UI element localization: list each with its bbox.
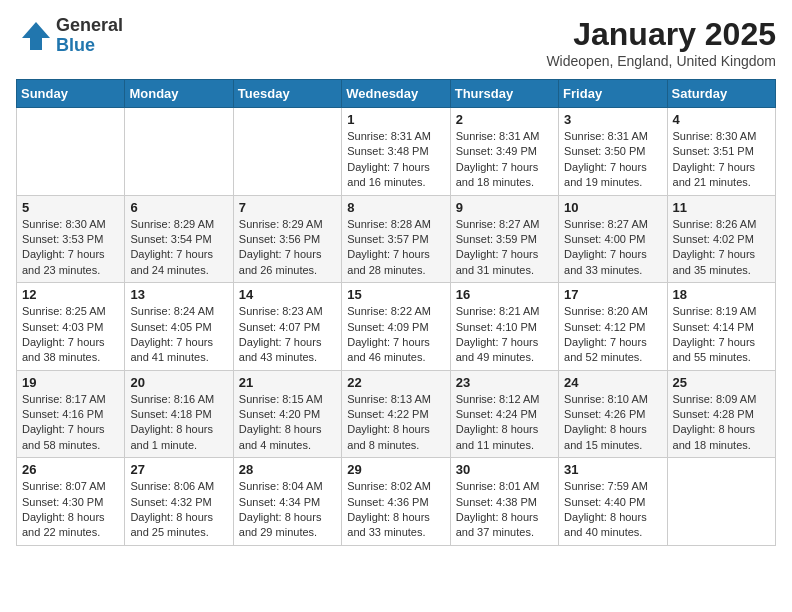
calendar-day-9: 9Sunrise: 8:27 AM Sunset: 3:59 PM Daylig… xyxy=(450,195,558,283)
month-title: January 2025 xyxy=(546,16,776,53)
calendar-day-21: 21Sunrise: 8:15 AM Sunset: 4:20 PM Dayli… xyxy=(233,370,341,458)
calendar-day-27: 27Sunrise: 8:06 AM Sunset: 4:32 PM Dayli… xyxy=(125,458,233,546)
day-info: Sunrise: 8:17 AM Sunset: 4:16 PM Dayligh… xyxy=(22,392,119,454)
logo-blue-text: Blue xyxy=(56,36,123,56)
calendar-day-25: 25Sunrise: 8:09 AM Sunset: 4:28 PM Dayli… xyxy=(667,370,775,458)
day-info: Sunrise: 8:30 AM Sunset: 3:53 PM Dayligh… xyxy=(22,217,119,279)
day-info: Sunrise: 8:29 AM Sunset: 3:56 PM Dayligh… xyxy=(239,217,336,279)
day-number: 12 xyxy=(22,287,119,302)
title-area: January 2025 Wideopen, England, United K… xyxy=(546,16,776,69)
calendar-day-16: 16Sunrise: 8:21 AM Sunset: 4:10 PM Dayli… xyxy=(450,283,558,371)
day-number: 8 xyxy=(347,200,444,215)
calendar-day-28: 28Sunrise: 8:04 AM Sunset: 4:34 PM Dayli… xyxy=(233,458,341,546)
day-info: Sunrise: 8:23 AM Sunset: 4:07 PM Dayligh… xyxy=(239,304,336,366)
calendar-day-5: 5Sunrise: 8:30 AM Sunset: 3:53 PM Daylig… xyxy=(17,195,125,283)
calendar-day-18: 18Sunrise: 8:19 AM Sunset: 4:14 PM Dayli… xyxy=(667,283,775,371)
calendar-day-3: 3Sunrise: 8:31 AM Sunset: 3:50 PM Daylig… xyxy=(559,108,667,196)
calendar-day-6: 6Sunrise: 8:29 AM Sunset: 3:54 PM Daylig… xyxy=(125,195,233,283)
calendar-week-row: 19Sunrise: 8:17 AM Sunset: 4:16 PM Dayli… xyxy=(17,370,776,458)
day-number: 11 xyxy=(673,200,770,215)
svg-marker-0 xyxy=(22,22,50,50)
day-info: Sunrise: 8:15 AM Sunset: 4:20 PM Dayligh… xyxy=(239,392,336,454)
day-info: Sunrise: 8:20 AM Sunset: 4:12 PM Dayligh… xyxy=(564,304,661,366)
logo-text: General Blue xyxy=(56,16,123,56)
day-number: 23 xyxy=(456,375,553,390)
empty-day-cell xyxy=(233,108,341,196)
day-number: 6 xyxy=(130,200,227,215)
day-number: 27 xyxy=(130,462,227,477)
day-number: 10 xyxy=(564,200,661,215)
day-number: 4 xyxy=(673,112,770,127)
day-info: Sunrise: 8:27 AM Sunset: 4:00 PM Dayligh… xyxy=(564,217,661,279)
day-header-saturday: Saturday xyxy=(667,80,775,108)
day-number: 17 xyxy=(564,287,661,302)
calendar-day-19: 19Sunrise: 8:17 AM Sunset: 4:16 PM Dayli… xyxy=(17,370,125,458)
day-number: 28 xyxy=(239,462,336,477)
calendar-day-29: 29Sunrise: 8:02 AM Sunset: 4:36 PM Dayli… xyxy=(342,458,450,546)
calendar-week-row: 5Sunrise: 8:30 AM Sunset: 3:53 PM Daylig… xyxy=(17,195,776,283)
day-header-tuesday: Tuesday xyxy=(233,80,341,108)
calendar-day-12: 12Sunrise: 8:25 AM Sunset: 4:03 PM Dayli… xyxy=(17,283,125,371)
day-number: 7 xyxy=(239,200,336,215)
day-number: 2 xyxy=(456,112,553,127)
day-number: 19 xyxy=(22,375,119,390)
day-number: 18 xyxy=(673,287,770,302)
day-info: Sunrise: 8:09 AM Sunset: 4:28 PM Dayligh… xyxy=(673,392,770,454)
day-header-friday: Friday xyxy=(559,80,667,108)
day-number: 14 xyxy=(239,287,336,302)
calendar-day-20: 20Sunrise: 8:16 AM Sunset: 4:18 PM Dayli… xyxy=(125,370,233,458)
calendar-day-11: 11Sunrise: 8:26 AM Sunset: 4:02 PM Dayli… xyxy=(667,195,775,283)
day-info: Sunrise: 8:22 AM Sunset: 4:09 PM Dayligh… xyxy=(347,304,444,366)
logo: General Blue xyxy=(16,16,123,56)
day-info: Sunrise: 8:10 AM Sunset: 4:26 PM Dayligh… xyxy=(564,392,661,454)
logo-general-text: General xyxy=(56,16,123,36)
logo-icon xyxy=(16,18,52,54)
day-info: Sunrise: 8:30 AM Sunset: 3:51 PM Dayligh… xyxy=(673,129,770,191)
calendar-day-13: 13Sunrise: 8:24 AM Sunset: 4:05 PM Dayli… xyxy=(125,283,233,371)
calendar-day-14: 14Sunrise: 8:23 AM Sunset: 4:07 PM Dayli… xyxy=(233,283,341,371)
calendar-week-row: 26Sunrise: 8:07 AM Sunset: 4:30 PM Dayli… xyxy=(17,458,776,546)
calendar-day-17: 17Sunrise: 8:20 AM Sunset: 4:12 PM Dayli… xyxy=(559,283,667,371)
calendar-day-30: 30Sunrise: 8:01 AM Sunset: 4:38 PM Dayli… xyxy=(450,458,558,546)
day-info: Sunrise: 8:12 AM Sunset: 4:24 PM Dayligh… xyxy=(456,392,553,454)
day-info: Sunrise: 8:07 AM Sunset: 4:30 PM Dayligh… xyxy=(22,479,119,541)
day-number: 21 xyxy=(239,375,336,390)
calendar-day-1: 1Sunrise: 8:31 AM Sunset: 3:48 PM Daylig… xyxy=(342,108,450,196)
day-info: Sunrise: 8:19 AM Sunset: 4:14 PM Dayligh… xyxy=(673,304,770,366)
calendar-day-4: 4Sunrise: 8:30 AM Sunset: 3:51 PM Daylig… xyxy=(667,108,775,196)
calendar-day-31: 31Sunrise: 7:59 AM Sunset: 4:40 PM Dayli… xyxy=(559,458,667,546)
day-number: 13 xyxy=(130,287,227,302)
calendar-day-23: 23Sunrise: 8:12 AM Sunset: 4:24 PM Dayli… xyxy=(450,370,558,458)
day-info: Sunrise: 8:29 AM Sunset: 3:54 PM Dayligh… xyxy=(130,217,227,279)
day-number: 5 xyxy=(22,200,119,215)
day-info: Sunrise: 8:28 AM Sunset: 3:57 PM Dayligh… xyxy=(347,217,444,279)
location-text: Wideopen, England, United Kingdom xyxy=(546,53,776,69)
calendar-day-24: 24Sunrise: 8:10 AM Sunset: 4:26 PM Dayli… xyxy=(559,370,667,458)
day-number: 22 xyxy=(347,375,444,390)
calendar-table: SundayMondayTuesdayWednesdayThursdayFrid… xyxy=(16,79,776,546)
calendar-week-row: 1Sunrise: 8:31 AM Sunset: 3:48 PM Daylig… xyxy=(17,108,776,196)
empty-day-cell xyxy=(125,108,233,196)
day-info: Sunrise: 8:06 AM Sunset: 4:32 PM Dayligh… xyxy=(130,479,227,541)
day-header-thursday: Thursday xyxy=(450,80,558,108)
empty-day-cell xyxy=(17,108,125,196)
calendar-day-7: 7Sunrise: 8:29 AM Sunset: 3:56 PM Daylig… xyxy=(233,195,341,283)
calendar-header-row: SundayMondayTuesdayWednesdayThursdayFrid… xyxy=(17,80,776,108)
day-info: Sunrise: 8:31 AM Sunset: 3:50 PM Dayligh… xyxy=(564,129,661,191)
day-info: Sunrise: 8:16 AM Sunset: 4:18 PM Dayligh… xyxy=(130,392,227,454)
day-number: 15 xyxy=(347,287,444,302)
day-info: Sunrise: 8:21 AM Sunset: 4:10 PM Dayligh… xyxy=(456,304,553,366)
day-header-wednesday: Wednesday xyxy=(342,80,450,108)
calendar-day-22: 22Sunrise: 8:13 AM Sunset: 4:22 PM Dayli… xyxy=(342,370,450,458)
calendar-day-8: 8Sunrise: 8:28 AM Sunset: 3:57 PM Daylig… xyxy=(342,195,450,283)
day-number: 26 xyxy=(22,462,119,477)
calendar-day-15: 15Sunrise: 8:22 AM Sunset: 4:09 PM Dayli… xyxy=(342,283,450,371)
day-info: Sunrise: 8:01 AM Sunset: 4:38 PM Dayligh… xyxy=(456,479,553,541)
day-info: Sunrise: 7:59 AM Sunset: 4:40 PM Dayligh… xyxy=(564,479,661,541)
day-header-sunday: Sunday xyxy=(17,80,125,108)
day-number: 25 xyxy=(673,375,770,390)
calendar-week-row: 12Sunrise: 8:25 AM Sunset: 4:03 PM Dayli… xyxy=(17,283,776,371)
day-info: Sunrise: 8:31 AM Sunset: 3:48 PM Dayligh… xyxy=(347,129,444,191)
calendar-day-10: 10Sunrise: 8:27 AM Sunset: 4:00 PM Dayli… xyxy=(559,195,667,283)
day-info: Sunrise: 8:24 AM Sunset: 4:05 PM Dayligh… xyxy=(130,304,227,366)
